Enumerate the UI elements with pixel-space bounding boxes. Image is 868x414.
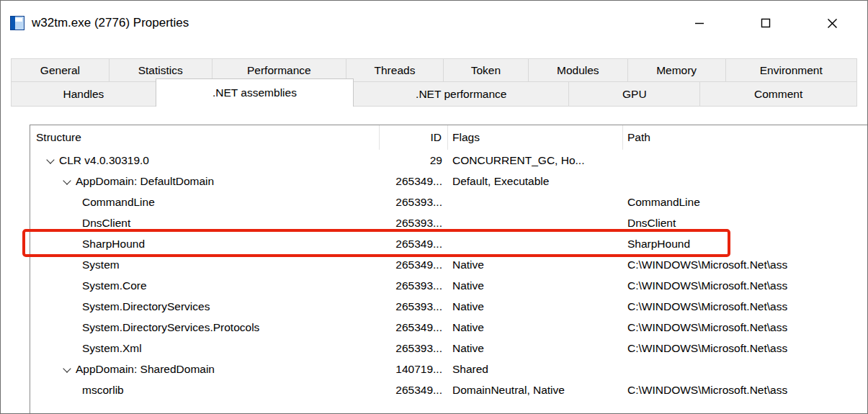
flags-cell — [448, 212, 623, 233]
assembly-list: StructureIDFlagsPath CLR v4.0.30319.029C… — [30, 125, 868, 414]
flags-cell: Native — [448, 296, 623, 317]
tab-modules[interactable]: Modules — [528, 58, 628, 82]
structure-cell: System — [30, 254, 380, 275]
id-cell: 265393... — [380, 296, 448, 317]
maximize-button[interactable] — [749, 6, 782, 40]
flags-cell: Native — [448, 254, 623, 275]
path-cell: C:\WINDOWS\Microsoft.Net\ass — [623, 296, 868, 317]
assembly-table-header: StructureIDFlagsPath — [30, 125, 868, 150]
structure-label: DnsClient — [82, 217, 130, 229]
flags-cell: Shared — [448, 359, 623, 379]
structure-label: CLR v4.0.30319.0 — [59, 154, 149, 166]
path-cell: C:\WINDOWS\Microsoft.Net\ass — [623, 317, 868, 338]
path-cell: C:\WINDOWS\Microsoft.Net\ass — [623, 379, 868, 400]
minimize-button[interactable] — [683, 6, 716, 40]
structure-label: System.DirectoryServices — [82, 300, 210, 312]
assembly-table-body: CLR v4.0.30319.029CONCURRENT_GC, Ho...Ap… — [30, 150, 868, 400]
tab-memory[interactable]: Memory — [627, 58, 726, 82]
flags-cell — [448, 233, 623, 254]
path-cell: DnsClient — [623, 212, 868, 233]
chevron-down-icon[interactable] — [46, 156, 54, 163]
structure-label: SharpHound — [82, 238, 145, 250]
flags-cell — [448, 192, 623, 212]
structure-cell: System.DirectoryServices.Protocols — [30, 317, 380, 338]
flags-cell: Native — [448, 338, 623, 359]
window-title: w32tm.exe (2776) Properties — [32, 16, 189, 30]
structure-cell: mscorlib — [30, 379, 380, 400]
id-cell: 265349... — [380, 171, 448, 192]
tab-threads[interactable]: Threads — [346, 58, 444, 82]
path-cell — [623, 359, 868, 379]
chevron-down-icon[interactable] — [63, 176, 71, 184]
column-header-flags[interactable]: Flags — [448, 125, 623, 150]
table-row[interactable]: CommandLine265393...CommandLine — [30, 192, 868, 212]
id-cell: 265349... — [380, 254, 448, 275]
flags-cell: Default, Executable — [448, 171, 623, 192]
structure-label: System.Xml — [82, 342, 142, 354]
id-cell: 265393... — [380, 192, 448, 212]
title-bar: w32tm.exe (2776) Properties — [1, 1, 867, 45]
tab-handles[interactable]: Handles — [11, 81, 156, 107]
table-row[interactable]: AppDomain: DefaultDomain265349...Default… — [30, 171, 868, 192]
structure-cell: AppDomain: SharedDomain — [30, 359, 380, 379]
table-row[interactable]: SharpHound265349...SharpHound — [30, 233, 868, 254]
path-cell — [623, 171, 868, 192]
table-row[interactable]: mscorlib265349...DomainNeutral, NativeC:… — [30, 379, 868, 400]
table-row[interactable]: DnsClient265393...DnsClient — [30, 212, 868, 233]
table-row[interactable]: System.DirectoryServices265393...NativeC… — [30, 296, 868, 317]
table-row[interactable]: CLR v4.0.30319.029CONCURRENT_GC, Ho... — [30, 150, 868, 171]
column-header-path[interactable]: Path — [623, 125, 868, 150]
structure-label: AppDomain: SharedDomain — [76, 363, 215, 375]
tab-control: GeneralStatisticsPerformanceThreadsToken… — [11, 58, 857, 107]
flags-cell: DomainNeutral, Native — [448, 379, 623, 400]
tab-row-1: GeneralStatisticsPerformanceThreadsToken… — [11, 58, 857, 82]
structure-label: CommandLine — [82, 196, 155, 208]
properties-window: w32tm.exe (2776) Properties GeneralStati… — [0, 0, 868, 414]
id-cell: 265393... — [380, 212, 448, 233]
close-icon — [827, 18, 838, 29]
maximize-icon — [761, 18, 771, 28]
path-cell: SharpHound — [623, 233, 868, 254]
table-row[interactable]: System265349...NativeC:\WINDOWS\Microsof… — [30, 254, 868, 275]
column-header-structure[interactable]: Structure — [30, 125, 380, 150]
structure-cell: AppDomain: DefaultDomain — [30, 171, 380, 192]
path-cell: CommandLine — [623, 192, 868, 212]
flags-cell: CONCURRENT_GC, Ho... — [448, 150, 623, 171]
chevron-down-icon[interactable] — [63, 364, 71, 372]
structure-label: mscorlib — [82, 384, 124, 396]
path-cell — [623, 150, 868, 171]
tab-gpu[interactable]: GPU — [568, 81, 700, 107]
structure-cell: CLR v4.0.30319.0 — [30, 150, 380, 171]
table-row[interactable]: AppDomain: SharedDomain140719...Shared — [30, 359, 868, 379]
column-header-id[interactable]: ID — [380, 125, 448, 150]
structure-label: System.DirectoryServices.Protocols — [82, 321, 259, 333]
flags-cell: Native — [448, 275, 623, 296]
app-icon — [10, 16, 24, 30]
flags-cell: Native — [448, 317, 623, 338]
close-button[interactable] — [815, 6, 849, 40]
structure-cell: CommandLine — [30, 192, 380, 212]
structure-label: AppDomain: DefaultDomain — [76, 175, 214, 187]
id-cell: 265349... — [380, 233, 448, 254]
table-row[interactable]: System.Core265393...NativeC:\WINDOWS\Mic… — [30, 275, 868, 296]
id-cell: 265349... — [380, 379, 448, 400]
tab-token[interactable]: Token — [443, 58, 529, 82]
minimize-icon — [694, 18, 704, 28]
tab-general[interactable]: General — [11, 58, 109, 82]
id-cell: 29 — [380, 150, 448, 171]
id-cell: 265349... — [380, 317, 448, 338]
structure-cell: System.DirectoryServices — [30, 296, 380, 317]
table-row[interactable]: System.Xml265393...NativeC:\WINDOWS\Micr… — [30, 338, 868, 359]
tab-environment[interactable]: Environment — [725, 58, 857, 82]
tab-net-performance[interactable]: .NET performance — [353, 81, 569, 107]
structure-label: System.Core — [82, 279, 147, 292]
structure-cell: System.Core — [30, 275, 380, 296]
tab-comment[interactable]: Comment — [699, 81, 857, 107]
path-cell: C:\WINDOWS\Microsoft.Net\ass — [623, 275, 868, 296]
structure-cell: System.Xml — [30, 338, 380, 359]
table-row[interactable]: System.DirectoryServices.Protocols265349… — [30, 317, 868, 338]
structure-label: System — [82, 258, 120, 271]
structure-cell: SharpHound — [30, 233, 380, 254]
tab-net-assemblies[interactable]: .NET assemblies — [156, 78, 354, 107]
structure-cell: DnsClient — [30, 212, 380, 233]
